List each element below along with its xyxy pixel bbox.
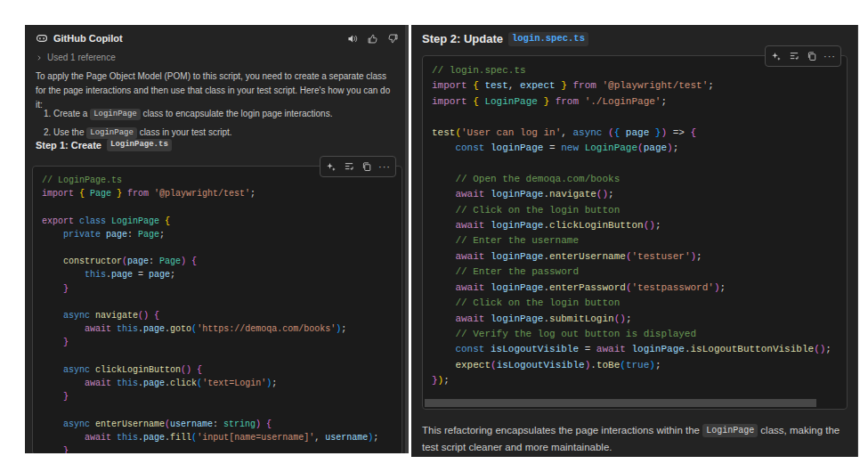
used-references-label: Used 1 reference (47, 53, 116, 62)
assistant-intro-text: To apply the Page Object Model (POM) to … (36, 69, 398, 112)
inline-code-chip: LoginPage (86, 127, 137, 140)
list-item-text: Use the (53, 127, 86, 137)
step1-filename-chip: LoginPage.ts (107, 139, 172, 151)
chat-vertical-scrollbar[interactable] (405, 25, 408, 453)
more-actions-icon[interactable]: ··· (822, 48, 838, 64)
more-actions-icon[interactable]: ··· (377, 159, 393, 175)
sparkle-apply-icon[interactable] (768, 48, 784, 64)
volume-icon[interactable] (346, 33, 358, 45)
code-block-toolbar: ··· (320, 156, 396, 177)
list-item-text: class in your test script. (137, 127, 232, 137)
inline-code-chip: LoginPage (702, 424, 758, 437)
step2-heading-text: Step 2: Update (422, 32, 503, 45)
list-item-text: Create a (53, 109, 90, 118)
used-references-toggle[interactable]: Used 1 reference (36, 53, 116, 62)
chat-header-actions (346, 33, 399, 45)
insert-at-cursor-icon[interactable] (786, 48, 802, 64)
step2-heading: Step 2: Update login.spec.ts (422, 32, 588, 46)
copy-icon[interactable] (359, 159, 375, 175)
step1-heading: Step 1: Create LoginPage.ts (36, 139, 172, 151)
code-block-toolbar: ··· (765, 45, 841, 67)
screenshot-canvas: GitHub Copilot (0, 0, 868, 464)
login-spec-code-block: ··· // login.spec.tsimport { test, expec… (422, 55, 848, 410)
more-dots-label: ··· (823, 52, 836, 61)
list-item: Use the LoginPage class in your test scr… (53, 126, 409, 139)
login-spec-code: // login.spec.tsimport { test, expect } … (423, 56, 847, 396)
sparkle-apply-icon[interactable] (323, 159, 339, 175)
closing-remark-text: This refactoring encapsulates the page i… (422, 425, 702, 436)
more-dots-label: ··· (378, 162, 391, 171)
step2-filename-chip[interactable]: login.spec.ts (508, 32, 588, 46)
list-item-text: class to encapsulate the login page inte… (141, 109, 333, 118)
thumbs-up-icon[interactable] (367, 33, 378, 45)
thumbs-down-icon[interactable] (387, 33, 399, 45)
code-horizontal-scrollbar[interactable] (425, 399, 816, 407)
insert-at-cursor-icon[interactable] (341, 159, 357, 175)
chevron-right-icon (36, 54, 43, 61)
list-item: Create a LoginPage class to encapsulate … (53, 108, 409, 120)
step2-panel: Step 2: Update login.spec.ts (411, 25, 858, 457)
closing-remark: This refactoring encapsulates the page i… (422, 422, 847, 456)
chat-header: GitHub Copilot (36, 32, 399, 45)
copilot-logo-icon (36, 32, 48, 45)
chat-title: GitHub Copilot (53, 33, 123, 44)
step1-heading-text: Step 1: Create (36, 140, 101, 151)
loginpage-code: // LoginPage.tsimport { Page } from '@pl… (33, 167, 402, 453)
loginpage-code-block: ··· // LoginPage.tsimport { Page } from … (32, 166, 402, 453)
copy-icon[interactable] (804, 48, 820, 64)
copilot-chat-panel: GitHub Copilot (25, 25, 409, 453)
inline-code-chip: LoginPage (90, 109, 141, 121)
